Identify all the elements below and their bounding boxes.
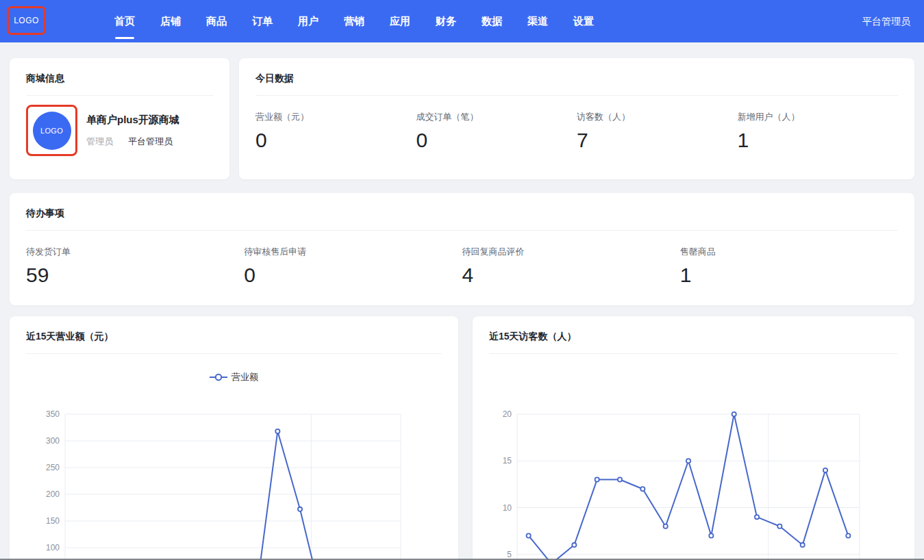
annotation-highlight-logo: LOGO [7, 6, 46, 35]
legend-label: 营业额 [232, 371, 258, 383]
stat-label: 访客数（人） [577, 111, 738, 123]
mall-info-row: LOGO 单商户plus开源商城 管理员 平台管理员 [10, 96, 229, 156]
stat-label: 成交订单（笔） [416, 111, 577, 123]
top-row: 商城信息 LOGO 单商户plus开源商城 管理员 平台管理员 今日数据 [10, 58, 914, 179]
mall-roles: 管理员 平台管理员 [86, 136, 179, 148]
nav-item[interactable]: 财务 [436, 0, 456, 42]
stat-label: 待审核售后申请 [244, 246, 462, 258]
divider [26, 353, 442, 354]
stat-item: 待发货订单 59 [26, 246, 244, 287]
today-card-title: 今日数据 [239, 58, 914, 85]
nav-item[interactable]: 商品 [206, 0, 227, 42]
today-stats: 营业额（元） 0 成交订单（笔） 0 访客数（人） 7 新增用户（人） [239, 96, 914, 152]
stat-item: 待审核售后申请 0 [244, 246, 462, 287]
svg-text:20: 20 [503, 409, 512, 419]
stat-item: 成交订单（笔） 0 [416, 111, 577, 152]
mall-logo-avatar[interactable]: LOGO [33, 112, 71, 150]
role-value: 平台管理员 [128, 136, 173, 148]
main-content: 商城信息 LOGO 单商户plus开源商城 管理员 平台管理员 今日数据 [0, 42, 924, 560]
annotation-highlight-avatar: LOGO [26, 105, 77, 156]
stat-label: 营业额（元） [255, 111, 416, 123]
nav-item[interactable]: 首页 [114, 0, 135, 42]
stat-label: 售罄商品 [680, 246, 898, 258]
nav-item[interactable]: 应用 [390, 0, 410, 42]
main-nav: 首页 店铺 商品 订单 用户 营销 应用 财务 数据 渠道 设置 [114, 0, 594, 42]
stat-item: 待回复商品评价 4 [462, 246, 680, 287]
svg-text:15: 15 [503, 456, 512, 466]
stat-item: 新增用户（人） 1 [738, 111, 899, 152]
todo-stats: 待发货订单 59 待审核售后申请 0 待回复商品评价 4 售罄商品 1 [10, 231, 914, 287]
legend-line-marker-icon [210, 373, 227, 381]
nav-item[interactable]: 渠道 [527, 0, 548, 42]
stat-item: 售罄商品 1 [680, 246, 898, 287]
visitors-chart-title: 近15天访客数（人） [473, 316, 914, 343]
user-menu[interactable]: 平台管理员 [862, 0, 910, 42]
divider [489, 353, 898, 354]
stat-item: 营业额（元） 0 [255, 111, 416, 152]
svg-text:350: 350 [46, 409, 60, 419]
todo-card-title: 待办事项 [10, 193, 914, 220]
mall-meta: 单商户plus开源商城 管理员 平台管理员 [86, 114, 179, 148]
turnover-chart-title: 近15天营业额（元） [10, 316, 458, 343]
turnover-chart-card: 近15天营业额（元） 营业额 50100150200250300350 [10, 316, 458, 560]
stat-value: 0 [255, 129, 416, 152]
logo-text[interactable]: LOGO [14, 16, 39, 25]
charts-row: 近15天营业额（元） 营业额 50100150200250300350 近15天… [10, 316, 914, 560]
stat-value: 1 [738, 129, 899, 152]
today-data-card: 今日数据 营业额（元） 0 成交订单（笔） 0 访客数（人） [239, 58, 914, 179]
stat-value: 4 [462, 264, 680, 287]
nav-item[interactable]: 用户 [298, 0, 319, 42]
stat-value: 7 [577, 129, 738, 152]
svg-text:300: 300 [46, 436, 60, 446]
stat-label: 待发货订单 [26, 246, 244, 258]
svg-text:150: 150 [46, 516, 60, 526]
mall-info-card: 商城信息 LOGO 单商户plus开源商城 管理员 平台管理员 [10, 58, 229, 179]
stat-label: 新增用户（人） [738, 111, 899, 123]
nav-item[interactable]: 营销 [344, 0, 364, 42]
svg-text:100: 100 [46, 543, 60, 552]
stat-value: 0 [416, 129, 577, 152]
stat-value: 59 [26, 264, 244, 287]
top-navbar: LOGO 首页 店铺 商品 订单 用户 营销 应用 财务 数据 渠道 设置 平台… [0, 0, 924, 42]
chart-legend[interactable]: 营业额 [10, 371, 458, 383]
nav-item[interactable]: 设置 [573, 0, 594, 42]
mall-card-title: 商城信息 [10, 58, 229, 85]
svg-text:200: 200 [46, 489, 60, 499]
svg-text:5: 5 [507, 550, 512, 559]
stat-item: 访客数（人） 7 [577, 111, 738, 152]
stat-label: 待回复商品评价 [462, 246, 680, 258]
svg-text:10: 10 [503, 503, 512, 513]
nav-item[interactable]: 店铺 [160, 0, 181, 42]
todo-card: 待办事项 待发货订单 59 待审核售后申请 0 待回复商品评价 4 [10, 193, 914, 305]
stat-value: 1 [680, 264, 898, 287]
stat-value: 0 [244, 264, 462, 287]
mall-name: 单商户plus开源商城 [86, 114, 179, 127]
nav-item[interactable]: 订单 [252, 0, 273, 42]
nav-item[interactable]: 数据 [482, 0, 502, 42]
visitors-chart-card: 近15天访客数（人） 5101520 [473, 316, 914, 560]
svg-text:250: 250 [46, 463, 60, 472]
role-label: 管理员 [86, 136, 113, 148]
